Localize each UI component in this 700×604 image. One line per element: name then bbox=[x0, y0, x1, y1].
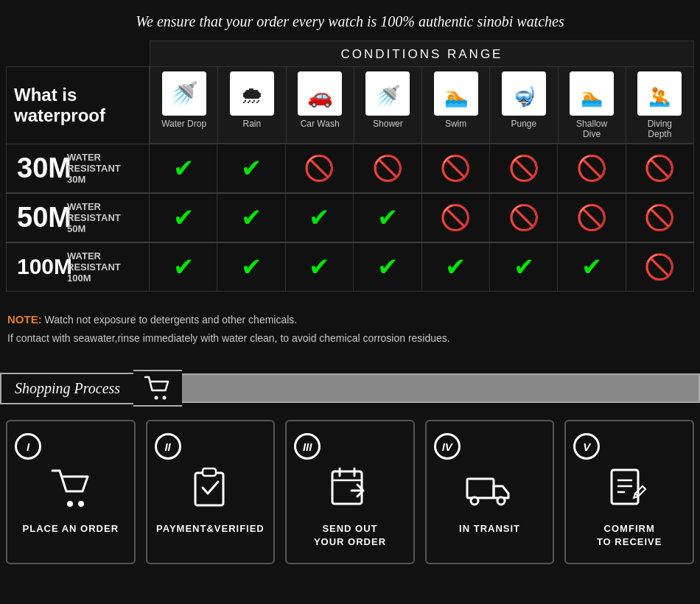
row-50m-cells: ✔ ✔ ✔ ✔ 🚫 🚫 🚫 🚫 bbox=[150, 194, 694, 242]
note-line2: If contact with seawater,rinse immediate… bbox=[7, 329, 693, 348]
cell-50m-6: 🚫 bbox=[490, 194, 558, 242]
cell-100m-7: ✔ bbox=[558, 243, 626, 291]
50m-label: 50M bbox=[17, 202, 61, 233]
shower-icon-img: 🚿 bbox=[365, 71, 410, 116]
cell-100m-6: ✔ bbox=[490, 243, 558, 291]
cell-50m-5: 🚫 bbox=[422, 194, 490, 242]
svg-point-27 bbox=[471, 497, 478, 505]
car-wash-icon-img: 🚗 bbox=[298, 71, 342, 116]
cell-30m-3: 🚫 bbox=[286, 144, 354, 192]
shopping-cart-icon-wrap bbox=[133, 370, 182, 407]
cell-30m-2: ✔ bbox=[217, 144, 285, 192]
conditions-table-right: 🚿 Water Drop 🌧 Rain bbox=[150, 66, 694, 144]
shopping-process-label: Shopping Process bbox=[0, 373, 133, 404]
cell-30m-7: 🚫 bbox=[558, 144, 626, 192]
cell-100m-3: ✔ bbox=[286, 243, 354, 291]
step-3-icon bbox=[328, 467, 372, 515]
step-2-num: II bbox=[155, 433, 181, 460]
shallow-dive-icon-img: 🏊 bbox=[570, 71, 614, 116]
step-2-label: PAYMENT&VERIFIED bbox=[156, 522, 265, 535]
30m-label: 30M bbox=[17, 152, 61, 184]
icon-cell-rain: 🌧 Rain bbox=[218, 67, 286, 143]
cell-50m-7: 🚫 bbox=[558, 194, 626, 242]
process-steps: I PLACE AN ORDER II PAYMENT&VERIFIED III bbox=[0, 407, 700, 574]
svg-rect-22 bbox=[332, 471, 362, 504]
step-4-label: IN TRANSIT bbox=[459, 522, 520, 535]
icon-cell-diving-depth: 🤽 Diving Depth bbox=[626, 67, 693, 143]
water-drop-label: Water Drop bbox=[152, 119, 216, 129]
svg-rect-20 bbox=[195, 473, 223, 505]
svg-point-17 bbox=[163, 396, 167, 400]
30m-desc: WATER RESISTANT 30M bbox=[67, 152, 139, 185]
cell-100m-2: ✔ bbox=[217, 243, 285, 291]
step-1-icon bbox=[49, 467, 93, 515]
step-4-icon bbox=[466, 467, 514, 515]
cart-icon bbox=[144, 376, 172, 401]
icons-row: 🚿 Water Drop 🌧 Rain bbox=[150, 67, 693, 144]
punge-icon-img: 🤿 bbox=[502, 71, 546, 116]
icon-cell-water-drop: 🚿 Water Drop bbox=[150, 67, 218, 143]
header-text: We ensure that your order every watch is… bbox=[136, 13, 564, 29]
step-5-card: V COMFIRM TO RECEIVE bbox=[564, 420, 694, 563]
cell-50m-2: ✔ bbox=[217, 194, 285, 242]
row-30m-cells: ✔ ✔ 🚫 🚫 🚫 🚫 🚫 🚫 bbox=[150, 144, 694, 193]
step-5-num: V bbox=[573, 433, 600, 460]
step-4-num: IV bbox=[434, 433, 461, 460]
svg-text:🚿: 🚿 bbox=[169, 80, 199, 108]
step-2-card: II PAYMENT&VERIFIED bbox=[146, 420, 276, 563]
step-2-icon bbox=[188, 467, 232, 515]
rain-label: Rain bbox=[220, 119, 284, 129]
shopping-process-divider-line bbox=[182, 373, 700, 403]
car-wash-label: Car Wash bbox=[288, 119, 352, 129]
step-3-num: III bbox=[294, 433, 321, 460]
header-banner: We ensure that your order every watch is… bbox=[0, 0, 700, 41]
icon-cell-car-wash: 🚗 Car Wash bbox=[287, 67, 354, 143]
row-50m-header: 50M WATER RESISTANT 50M bbox=[6, 194, 150, 242]
cell-30m-5: 🚫 bbox=[422, 144, 490, 192]
shopping-process-header: Shopping Process bbox=[0, 370, 700, 407]
shower-label: Shower bbox=[356, 119, 420, 129]
note-line1-text: Watch not exposure to detergents and oth… bbox=[45, 314, 298, 326]
note-section: NOTE: Watch not exposure to detergents a… bbox=[0, 299, 700, 355]
svg-text:🏊: 🏊 bbox=[581, 86, 603, 108]
svg-point-19 bbox=[78, 501, 84, 507]
punge-label: Punge bbox=[491, 119, 556, 129]
step-1-num: I bbox=[15, 433, 41, 460]
shallow-dive-label: Shallow Dive bbox=[560, 119, 624, 140]
cell-100m-1: ✔ bbox=[150, 243, 217, 291]
50m-desc: WATER RESISTANT 50M bbox=[67, 201, 139, 234]
note-label: NOTE: bbox=[7, 313, 42, 326]
note-line1: NOTE: Watch not exposure to detergents a… bbox=[7, 309, 693, 329]
svg-text:🏊: 🏊 bbox=[444, 85, 468, 108]
step-1-label: PLACE AN ORDER bbox=[23, 522, 119, 535]
cell-50m-1: ✔ bbox=[150, 194, 217, 242]
cell-50m-3: ✔ bbox=[286, 194, 354, 242]
conditions-range-label: CONDITIONS RANGE bbox=[150, 41, 694, 66]
step-1-card: I PLACE AN ORDER bbox=[6, 420, 136, 563]
svg-text:🤽: 🤽 bbox=[648, 86, 671, 108]
100m-desc: WATER RESISTANT 100M bbox=[67, 250, 139, 284]
icon-cell-shallow-dive: 🏊 Shallow Dive bbox=[559, 67, 626, 143]
svg-point-16 bbox=[155, 396, 158, 400]
icon-cell-shower: 🚿 Shower bbox=[354, 67, 422, 143]
svg-text:🚗: 🚗 bbox=[307, 84, 333, 108]
waterproof-table: What is waterproof 🚿 Water Drop bbox=[6, 66, 694, 144]
cell-100m-4: ✔ bbox=[354, 243, 421, 291]
rain-icon-img: 🌧 bbox=[230, 71, 274, 116]
icon-cell-swim: 🏊 Swim bbox=[422, 67, 490, 143]
diving-depth-label: Diving Depth bbox=[628, 119, 692, 140]
row-30m-header: 30M WATER RESISTANT 30M bbox=[6, 144, 150, 193]
step-4-card: IV IN TRANSIT bbox=[425, 420, 555, 563]
step-3-card: III SEND OUT YOUR ORDER bbox=[285, 420, 415, 563]
row-100m: 100M WATER RESISTANT 100M ✔ ✔ ✔ ✔ ✔ ✔ ✔ … bbox=[6, 243, 694, 292]
step-3-label: SEND OUT YOUR ORDER bbox=[314, 522, 386, 549]
cell-30m-4: 🚫 bbox=[354, 144, 421, 192]
cell-100m-5: ✔ bbox=[422, 243, 490, 291]
step-5-label: COMFIRM TO RECEIVE bbox=[597, 522, 662, 549]
water-drop-icon-img: 🚿 bbox=[162, 71, 206, 116]
svg-text:🌧: 🌧 bbox=[240, 82, 264, 108]
100m-label: 100M bbox=[17, 254, 61, 279]
svg-text:🚿: 🚿 bbox=[375, 84, 401, 108]
row-30m: 30M WATER RESISTANT 30M ✔ ✔ 🚫 🚫 🚫 🚫 🚫 🚫 bbox=[6, 144, 694, 194]
svg-point-28 bbox=[497, 497, 505, 505]
